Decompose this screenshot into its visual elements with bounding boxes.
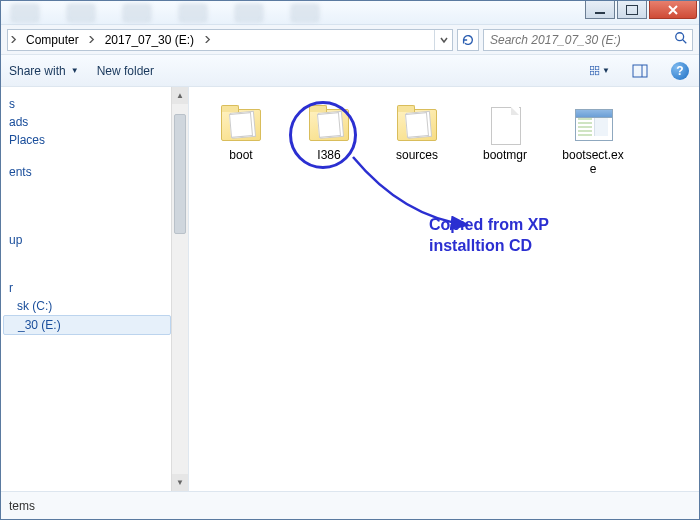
search-input[interactable] [488, 32, 674, 48]
annotation-line1: Copied from XP [429, 216, 549, 233]
maximize-button[interactable] [617, 1, 647, 19]
folder-sources[interactable]: sources [383, 105, 451, 163]
svg-rect-5 [633, 65, 647, 77]
annotation-line2: installtion CD [429, 237, 532, 254]
chevron-right-icon[interactable] [87, 36, 97, 43]
breadcrumb-drive[interactable]: 2017_07_30 (E:) [97, 30, 202, 50]
status-bar: tems [1, 491, 699, 519]
explorer-window: Computer 2017_07_30 (E:) [0, 0, 700, 520]
breadcrumb-computer[interactable]: Computer [18, 30, 87, 50]
new-folder-button[interactable]: New folder [97, 64, 154, 78]
chevron-down-icon: ▼ [71, 66, 79, 75]
annotation-text: Copied from XP installtion CD [429, 215, 609, 257]
folder-icon [393, 105, 441, 145]
chevron-right-icon[interactable] [8, 36, 18, 43]
nav-scrollbar[interactable]: ▲ ▼ [171, 87, 188, 491]
content-pane[interactable]: boot I386 sources bootmgr bootsect.exe [193, 87, 699, 491]
svg-rect-1 [591, 66, 594, 69]
search-icon[interactable] [674, 31, 688, 48]
close-icon [667, 4, 679, 16]
svg-rect-4 [596, 71, 599, 74]
item-label: boot [207, 149, 275, 163]
nav-item-drive-e[interactable]: _30 (E:) [3, 315, 171, 335]
file-icon [481, 105, 529, 145]
nav-item[interactable]: ents [3, 163, 171, 181]
minimize-button[interactable] [585, 1, 615, 19]
nav-item[interactable]: ads [3, 113, 171, 131]
close-button[interactable] [649, 1, 697, 19]
preview-pane-icon [632, 63, 648, 79]
svg-point-0 [676, 33, 684, 41]
breadcrumb-dropdown[interactable] [434, 30, 452, 50]
view-grid-icon [590, 63, 600, 79]
status-text: tems [9, 499, 35, 513]
nav-item[interactable]: s [3, 95, 171, 113]
share-with-label: Share with [9, 64, 66, 78]
help-icon: ? [671, 62, 689, 80]
folder-icon [217, 105, 265, 145]
preview-pane-button[interactable] [629, 60, 651, 82]
scroll-up-arrow[interactable]: ▲ [172, 87, 188, 104]
item-label: bootmgr [471, 149, 539, 163]
item-label: bootsect.exe [559, 149, 627, 177]
nav-item[interactable]: up [3, 231, 171, 249]
refresh-button[interactable] [457, 29, 479, 51]
nav-item-computer-header[interactable]: r [3, 279, 171, 297]
titlebar [1, 1, 699, 25]
refresh-icon [461, 33, 475, 47]
view-options-button[interactable]: ▼ [589, 60, 611, 82]
nav-tree[interactable]: s ads Places ents up r sk (C:) _30 (E:) [1, 91, 171, 353]
folder-boot[interactable]: boot [207, 105, 275, 163]
svg-rect-2 [596, 66, 599, 69]
breadcrumb-bar[interactable]: Computer 2017_07_30 (E:) [7, 29, 453, 51]
window-controls [585, 1, 699, 24]
scroll-track[interactable] [172, 104, 188, 474]
search-box[interactable] [483, 29, 693, 51]
new-folder-label: New folder [97, 64, 154, 78]
help-button[interactable]: ? [669, 60, 691, 82]
nav-item[interactable]: Places [3, 131, 171, 149]
titlebar-blur-area [1, 1, 585, 24]
svg-rect-3 [591, 71, 594, 74]
file-bootsect-exe[interactable]: bootsect.exe [559, 105, 627, 177]
navigation-pane: s ads Places ents up r sk (C:) _30 (E:) … [1, 87, 189, 491]
file-bootmgr[interactable]: bootmgr [471, 105, 539, 163]
folder-icon [305, 105, 353, 145]
item-grid: boot I386 sources bootmgr bootsect.exe [193, 87, 699, 187]
share-with-menu[interactable]: Share with ▼ [9, 64, 79, 78]
scroll-thumb[interactable] [174, 114, 186, 234]
scroll-down-arrow[interactable]: ▼ [172, 474, 188, 491]
address-row: Computer 2017_07_30 (E:) [1, 25, 699, 55]
chevron-down-icon [440, 36, 448, 44]
command-bar: Share with ▼ New folder ▼ ? [1, 55, 699, 87]
nav-item-disk-c[interactable]: sk (C:) [3, 297, 171, 315]
chevron-down-icon: ▼ [602, 66, 610, 75]
chevron-right-icon[interactable] [202, 36, 212, 43]
item-label: I386 [295, 149, 363, 163]
body: s ads Places ents up r sk (C:) _30 (E:) … [1, 87, 699, 491]
folder-i386[interactable]: I386 [295, 105, 363, 163]
application-icon [569, 105, 617, 145]
item-label: sources [383, 149, 451, 163]
